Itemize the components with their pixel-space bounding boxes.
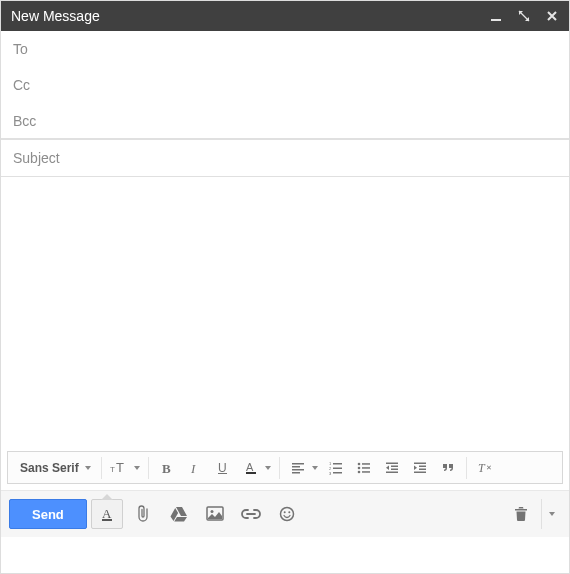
svg-point-39 xyxy=(280,508,293,521)
to-label: To xyxy=(13,41,557,57)
svg-rect-32 xyxy=(414,471,426,473)
svg-text:U: U xyxy=(218,461,227,475)
svg-rect-10 xyxy=(292,466,300,468)
bulleted-list-button[interactable] xyxy=(350,455,378,481)
svg-rect-23 xyxy=(362,467,370,469)
svg-rect-8 xyxy=(246,472,256,474)
insert-photo-button[interactable] xyxy=(199,499,231,529)
svg-text:I: I xyxy=(190,461,196,475)
quote-button[interactable] xyxy=(434,455,462,481)
trash-icon xyxy=(514,506,528,522)
svg-rect-12 xyxy=(292,472,300,474)
svg-text:A: A xyxy=(102,506,112,521)
chevron-down-icon xyxy=(265,466,271,470)
send-button[interactable]: Send xyxy=(9,499,87,529)
remove-formatting-button[interactable]: T✕ xyxy=(471,455,499,481)
minimize-icon[interactable] xyxy=(489,9,503,23)
svg-text:T: T xyxy=(110,465,115,474)
bcc-label: Bcc xyxy=(13,113,557,129)
message-body[interactable] xyxy=(1,177,569,451)
formatting-toggle-button[interactable]: A xyxy=(91,499,123,529)
insert-drive-button[interactable] xyxy=(163,499,195,529)
svg-rect-16 xyxy=(333,463,342,465)
to-field[interactable]: To xyxy=(1,31,569,67)
svg-rect-18 xyxy=(333,472,342,474)
chevron-down-icon xyxy=(85,466,91,470)
font-size-select[interactable]: TT xyxy=(106,455,144,481)
indent-more-button[interactable] xyxy=(406,455,434,481)
chevron-down-icon xyxy=(549,512,555,516)
svg-point-21 xyxy=(357,470,360,473)
close-icon[interactable] xyxy=(545,9,559,23)
subject-placeholder: Subject xyxy=(13,150,557,166)
svg-rect-28 xyxy=(386,471,398,473)
more-options-button[interactable] xyxy=(541,499,561,529)
separator xyxy=(466,457,467,479)
paperclip-icon xyxy=(135,505,151,523)
subject-field[interactable]: Subject xyxy=(1,139,569,177)
separator xyxy=(101,457,102,479)
drive-icon xyxy=(170,506,188,522)
svg-rect-9 xyxy=(292,463,304,465)
svg-rect-17 xyxy=(333,467,342,469)
svg-text:✕: ✕ xyxy=(486,464,492,471)
separator xyxy=(279,457,280,479)
send-label: Send xyxy=(32,507,64,522)
svg-rect-36 xyxy=(102,519,112,521)
cc-label: Cc xyxy=(13,77,557,93)
italic-button[interactable]: I xyxy=(181,455,209,481)
svg-point-40 xyxy=(283,511,285,513)
emoji-icon xyxy=(279,506,295,522)
svg-text:T: T xyxy=(116,460,124,475)
svg-rect-30 xyxy=(419,465,426,467)
svg-rect-22 xyxy=(362,463,370,465)
svg-rect-29 xyxy=(414,462,426,464)
svg-text:A: A xyxy=(246,461,254,473)
cc-field[interactable]: Cc xyxy=(1,67,569,103)
action-bar: Send A xyxy=(1,490,569,537)
svg-rect-26 xyxy=(391,465,398,467)
insert-link-button[interactable] xyxy=(235,499,267,529)
window-controls xyxy=(489,9,559,23)
text-color-icon: A xyxy=(237,455,265,481)
indent-less-button[interactable] xyxy=(378,455,406,481)
svg-point-20 xyxy=(357,466,360,469)
svg-rect-24 xyxy=(362,471,370,473)
font-family-label: Sans Serif xyxy=(20,461,79,475)
bold-button[interactable]: B xyxy=(153,455,181,481)
image-icon xyxy=(206,506,224,522)
svg-rect-31 xyxy=(419,468,426,470)
chevron-down-icon xyxy=(312,466,318,470)
recipient-section: To Cc Bcc xyxy=(1,31,569,139)
font-size-icon: TT xyxy=(106,455,134,481)
link-icon xyxy=(241,508,261,520)
underline-button[interactable]: U xyxy=(209,455,237,481)
svg-text:T: T xyxy=(478,461,486,475)
chevron-down-icon xyxy=(134,466,140,470)
svg-rect-25 xyxy=(386,462,398,464)
svg-rect-11 xyxy=(292,469,304,471)
separator xyxy=(148,457,149,479)
bcc-field[interactable]: Bcc xyxy=(1,103,569,139)
numbered-list-button[interactable]: 123 xyxy=(322,455,350,481)
font-family-select[interactable]: Sans Serif xyxy=(14,456,97,480)
svg-rect-0 xyxy=(491,19,501,21)
svg-text:B: B xyxy=(162,461,171,475)
discard-draft-button[interactable] xyxy=(505,499,537,529)
compose-header: New Message xyxy=(1,1,569,31)
svg-point-19 xyxy=(357,462,360,465)
svg-point-41 xyxy=(288,511,290,513)
format-toolbar: Sans Serif TT B I U A 123 xyxy=(7,451,563,484)
insert-emoji-button[interactable] xyxy=(271,499,303,529)
svg-point-38 xyxy=(210,510,213,513)
svg-rect-27 xyxy=(391,468,398,470)
align-left-icon xyxy=(284,455,312,481)
text-color-select[interactable]: A xyxy=(237,455,275,481)
expand-icon[interactable] xyxy=(517,9,531,23)
attach-file-button[interactable] xyxy=(127,499,159,529)
svg-rect-6 xyxy=(218,473,227,474)
align-select[interactable] xyxy=(284,455,322,481)
svg-text:3: 3 xyxy=(329,471,332,475)
compose-title: New Message xyxy=(11,8,489,24)
